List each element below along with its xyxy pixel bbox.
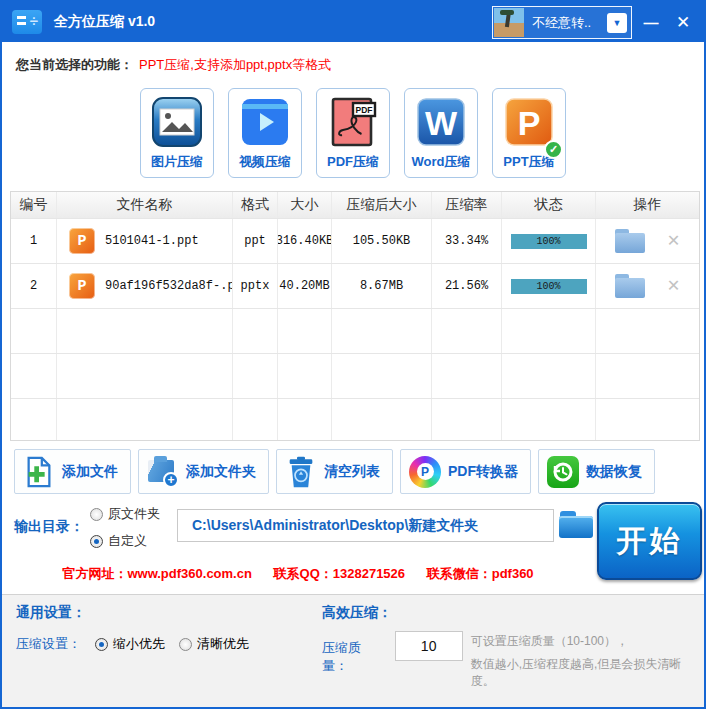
chevron-down-icon: ▼ [613, 18, 622, 28]
video-compress-icon [238, 95, 292, 149]
settings-panel: 通用设置： 压缩设置： 缩小优先 清晰优先 高效压缩： 压缩质量： 可设置压缩质… [2, 594, 704, 707]
cell-operation: ✕ [596, 219, 699, 263]
mode-label: 图片压缩 [151, 153, 203, 171]
button-label: 添加文件夹 [186, 463, 256, 481]
radio-label: 缩小优先 [113, 635, 165, 653]
quality-setting-row: 压缩质量： 可设置压缩质量（10-100）， 数值越小,压缩程度越高,但是会损失… [322, 631, 704, 690]
output-radio-group: 原文件夹 自定义 [90, 505, 160, 550]
radio-icon[interactable] [90, 508, 103, 521]
cell-status: 100% [502, 264, 596, 308]
cell-size: 316.40KB [278, 219, 332, 263]
clear-list-button[interactable]: 清空列表 [276, 449, 393, 494]
cell-format: pptx [233, 264, 278, 308]
add-folder-button[interactable]: + 添加文件夹 [138, 449, 269, 494]
radio-icon-selected[interactable] [95, 638, 108, 651]
file-name-text: 5101041-1.ppt [105, 234, 199, 248]
col-header-ratio: 压缩率 [432, 192, 502, 218]
add-file-icon [23, 456, 55, 488]
close-icon: ✕ [676, 12, 690, 33]
radio-label: 自定义 [108, 532, 147, 550]
open-folder-icon[interactable] [615, 274, 645, 298]
trash-icon [285, 456, 317, 488]
col-header-operation: 操作 [596, 192, 699, 218]
radio-label: 清晰优先 [197, 635, 249, 653]
quality-hint-line2: 数值越小,压缩程度越高,但是会损失清晰度。 [471, 656, 704, 690]
image-compress-icon [150, 95, 204, 149]
quality-hints: 可设置压缩质量（10-100）， 数值越小,压缩程度越高,但是会损失清晰度。 [471, 631, 704, 690]
radio-custom-folder[interactable]: 自定义 [90, 532, 160, 550]
mode-switcher: 图片压缩 视频压缩 PDF PDF压缩 [2, 88, 704, 182]
cell-no: 2 [11, 264, 57, 308]
mode-label: PDF压缩 [327, 153, 379, 171]
button-label: PDF转换器 [448, 463, 518, 481]
start-button[interactable]: 开始 [597, 502, 702, 580]
current-function-bar: 您当前选择的功能： PPT压缩,支持添加ppt,pptx等格式 [2, 42, 704, 88]
button-label: 清空列表 [324, 463, 380, 481]
output-path-input[interactable] [177, 509, 554, 542]
radio-icon[interactable] [179, 638, 192, 651]
delete-row-icon[interactable]: ✕ [667, 231, 679, 251]
mode-pdf-compress[interactable]: PDF PDF压缩 [316, 88, 390, 178]
col-header-no: 编号 [11, 192, 57, 218]
delete-row-icon[interactable]: ✕ [667, 276, 679, 296]
empty-table-row [11, 354, 699, 399]
mode-image-compress[interactable]: 图片压缩 [140, 88, 214, 178]
table-row[interactable]: 2 P 90af196f532da8f-.pptx pptx 40.20MB 8… [11, 264, 699, 309]
start-button-label: 开始 [617, 521, 683, 562]
efficient-compress-title: 高效压缩： [322, 604, 392, 622]
add-file-button[interactable]: 添加文件 [14, 449, 131, 494]
col-header-format: 格式 [233, 192, 278, 218]
radio-size-priority[interactable]: 缩小优先 [95, 635, 165, 653]
ad-banner[interactable]: 不经意转.. ▼ [492, 6, 632, 39]
svg-text:W: W [425, 104, 458, 142]
function-label: 您当前选择的功能： [16, 56, 133, 74]
official-site-text: 官方网址：www.pdf360.com.cn [62, 566, 252, 581]
close-button[interactable]: ✕ [670, 2, 696, 42]
col-header-compressed-size: 压缩后大小 [332, 192, 432, 218]
mode-label: 视频压缩 [239, 153, 291, 171]
output-dir-label: 输出目录： [14, 518, 84, 536]
contact-qq-text: 联系QQ：1328271526 [274, 566, 406, 581]
contact-info: 官方网址：www.pdf360.com.cn 联系QQ：1328271526 联… [2, 565, 594, 583]
cell-filename: P 5101041-1.ppt [57, 219, 233, 263]
radio-label: 原文件夹 [108, 505, 160, 523]
pdf-converter-icon: P [409, 456, 441, 488]
compress-setting-row: 压缩设置： 缩小优先 清晰优先 [16, 635, 249, 653]
quality-label: 压缩质量： [322, 631, 387, 675]
radio-original-folder[interactable]: 原文件夹 [90, 505, 160, 523]
table-header-row: 编号 文件名称 格式 大小 压缩后大小 压缩率 状态 操作 [11, 192, 699, 219]
ppt-file-icon: P [69, 228, 95, 254]
general-settings-title: 通用设置： [16, 604, 86, 622]
browse-folder-icon[interactable] [559, 511, 593, 539]
mode-ppt-compress[interactable]: P ✓ PPT压缩 [492, 88, 566, 178]
col-header-filename: 文件名称 [57, 192, 233, 218]
progress-bar: 100% [511, 234, 587, 249]
add-folder-icon: + [147, 456, 179, 488]
selected-check-icon: ✓ [544, 140, 563, 159]
cell-compressed-size: 8.67MB [332, 264, 432, 308]
ad-thumbnail-image [494, 8, 524, 37]
minimize-icon: — [644, 14, 659, 31]
pdf-converter-button[interactable]: P PDF转换器 [400, 449, 531, 494]
table-row[interactable]: 1 P 5101041-1.ppt ppt 316.40KB 105.50KB … [11, 219, 699, 264]
data-recovery-button[interactable]: 数据恢复 [538, 449, 655, 494]
pdf-compress-icon: PDF [326, 95, 380, 149]
ad-dropdown-button[interactable]: ▼ [607, 13, 627, 33]
empty-table-row [11, 309, 699, 354]
cell-operation: ✕ [596, 264, 699, 308]
quality-input[interactable] [395, 631, 463, 661]
cell-ratio: 21.56% [432, 264, 502, 308]
data-recovery-icon [547, 456, 579, 488]
radio-clarity-priority[interactable]: 清晰优先 [179, 635, 249, 653]
minimize-button[interactable]: — [638, 2, 664, 42]
cell-ratio: 33.34% [432, 219, 502, 263]
cell-format: ppt [233, 219, 278, 263]
button-label: 添加文件 [62, 463, 118, 481]
ad-banner-label: 不经意转.. [532, 14, 607, 32]
mode-label: Word压缩 [412, 153, 471, 171]
mode-video-compress[interactable]: 视频压缩 [228, 88, 302, 178]
open-folder-icon[interactable] [615, 229, 645, 253]
app-window: 全方位压缩 v1.0 不经意转.. ▼ — ✕ 您当前选择的功能： PPT压缩,… [0, 0, 706, 709]
mode-word-compress[interactable]: W Word压缩 [404, 88, 478, 178]
radio-icon-selected[interactable] [90, 535, 103, 548]
